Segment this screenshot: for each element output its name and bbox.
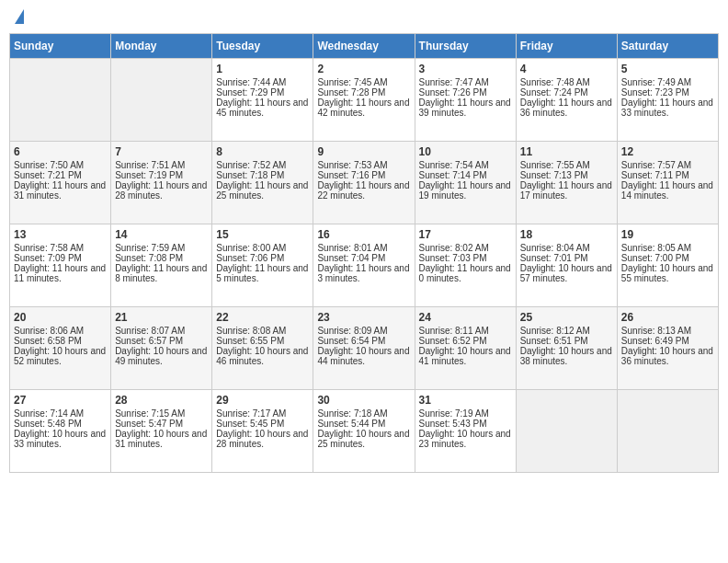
day-number: 15 [216, 228, 309, 241]
daylight-text: Daylight: 10 hours and 44 minutes. [317, 346, 410, 366]
sunrise-text: Sunrise: 7:57 AM [621, 160, 714, 170]
calendar-cell: 4Sunrise: 7:48 AMSunset: 7:24 PMDaylight… [516, 59, 617, 142]
sunset-text: Sunset: 6:54 PM [317, 336, 410, 346]
daylight-text: Daylight: 10 hours and 55 minutes. [621, 263, 714, 283]
day-header-wednesday: Wednesday [313, 34, 415, 59]
sunrise-text: Sunrise: 8:08 AM [216, 326, 309, 336]
day-number: 13 [14, 228, 107, 241]
calendar-cell: 25Sunrise: 8:12 AMSunset: 6:51 PMDayligh… [516, 307, 617, 390]
daylight-text: Daylight: 10 hours and 25 minutes. [317, 429, 410, 449]
logo-triangle-icon [15, 9, 24, 24]
sunset-text: Sunset: 6:57 PM [115, 336, 208, 346]
daylight-text: Daylight: 10 hours and 49 minutes. [115, 346, 208, 366]
calendar-cell: 2Sunrise: 7:45 AMSunset: 7:28 PMDaylight… [313, 59, 415, 142]
day-number: 1 [216, 63, 309, 75]
sunrise-text: Sunrise: 8:04 AM [520, 243, 613, 253]
sunset-text: Sunset: 7:03 PM [419, 253, 512, 263]
daylight-text: Daylight: 11 hours and 14 minutes. [621, 180, 714, 201]
daylight-text: Daylight: 11 hours and 25 minutes. [216, 180, 309, 201]
day-number: 22 [216, 311, 309, 324]
calendar-cell: 10Sunrise: 7:54 AMSunset: 7:14 PMDayligh… [415, 142, 516, 224]
sunrise-text: Sunrise: 8:09 AM [317, 326, 410, 336]
day-number: 21 [115, 311, 208, 324]
sunrise-text: Sunrise: 7:18 AM [317, 408, 410, 419]
day-number: 20 [14, 311, 107, 324]
sunset-text: Sunset: 7:00 PM [621, 253, 714, 263]
sunrise-text: Sunrise: 8:12 AM [520, 326, 613, 336]
calendar-cell: 11Sunrise: 7:55 AMSunset: 7:13 PMDayligh… [516, 142, 617, 224]
sunrise-text: Sunrise: 8:05 AM [621, 243, 714, 253]
calendar-cell: 8Sunrise: 7:52 AMSunset: 7:18 PMDaylight… [212, 142, 313, 224]
sunset-text: Sunset: 5:47 PM [115, 419, 208, 429]
sunrise-text: Sunrise: 7:54 AM [419, 160, 512, 170]
day-number: 26 [621, 311, 714, 324]
daylight-text: Daylight: 11 hours and 3 minutes. [317, 263, 410, 283]
sunrise-text: Sunrise: 7:50 AM [14, 160, 107, 170]
daylight-text: Daylight: 10 hours and 33 minutes. [14, 429, 107, 449]
calendar-cell: 9Sunrise: 7:53 AMSunset: 7:16 PMDaylight… [313, 142, 415, 224]
sunset-text: Sunset: 7:11 PM [621, 170, 714, 180]
day-number: 2 [317, 63, 410, 75]
calendar-week-row: 6Sunrise: 7:50 AMSunset: 7:21 PMDaylight… [10, 142, 719, 224]
sunrise-text: Sunrise: 7:19 AM [419, 408, 512, 419]
sunrise-text: Sunrise: 7:47 AM [419, 77, 512, 87]
sunrise-text: Sunrise: 7:44 AM [216, 77, 309, 87]
sunset-text: Sunset: 7:23 PM [621, 87, 714, 98]
calendar-cell: 27Sunrise: 7:14 AMSunset: 5:48 PMDayligh… [10, 390, 111, 473]
sunrise-text: Sunrise: 7:48 AM [520, 77, 613, 87]
calendar-cell: 14Sunrise: 7:59 AMSunset: 7:08 PMDayligh… [111, 224, 212, 307]
calendar-cell: 17Sunrise: 8:02 AMSunset: 7:03 PMDayligh… [415, 224, 516, 307]
sunset-text: Sunset: 6:55 PM [216, 336, 309, 346]
day-number: 11 [520, 145, 613, 158]
calendar-cell: 5Sunrise: 7:49 AMSunset: 7:23 PMDaylight… [617, 59, 718, 142]
day-number: 29 [216, 394, 309, 407]
day-number: 31 [419, 394, 512, 407]
sunset-text: Sunset: 6:51 PM [520, 336, 613, 346]
day-header-monday: Monday [111, 34, 212, 59]
sunrise-text: Sunrise: 8:02 AM [419, 243, 512, 253]
sunset-text: Sunset: 7:16 PM [317, 170, 410, 180]
sunset-text: Sunset: 7:01 PM [520, 253, 613, 263]
day-header-friday: Friday [516, 34, 617, 59]
sunset-text: Sunset: 7:29 PM [216, 87, 309, 98]
daylight-text: Daylight: 11 hours and 33 minutes. [621, 98, 714, 118]
sunrise-text: Sunrise: 7:49 AM [621, 77, 714, 87]
daylight-text: Daylight: 10 hours and 23 minutes. [419, 429, 512, 449]
daylight-text: Daylight: 11 hours and 5 minutes. [216, 263, 309, 283]
calendar-cell: 3Sunrise: 7:47 AMSunset: 7:26 PMDaylight… [415, 59, 516, 142]
sunset-text: Sunset: 7:26 PM [419, 87, 512, 98]
calendar-cell: 20Sunrise: 8:06 AMSunset: 6:58 PMDayligh… [10, 307, 111, 390]
day-header-sunday: Sunday [10, 34, 111, 59]
daylight-text: Daylight: 10 hours and 38 minutes. [520, 346, 613, 366]
sunrise-text: Sunrise: 7:14 AM [14, 408, 107, 419]
day-number: 3 [419, 63, 512, 75]
daylight-text: Daylight: 11 hours and 11 minutes. [14, 263, 107, 283]
sunrise-text: Sunrise: 8:11 AM [419, 326, 512, 336]
calendar-week-row: 27Sunrise: 7:14 AMSunset: 5:48 PMDayligh… [10, 390, 719, 473]
daylight-text: Daylight: 11 hours and 36 minutes. [520, 98, 613, 118]
sunset-text: Sunset: 7:28 PM [317, 87, 410, 98]
daylight-text: Daylight: 11 hours and 0 minutes. [419, 263, 512, 283]
calendar-cell: 24Sunrise: 8:11 AMSunset: 6:52 PMDayligh… [415, 307, 516, 390]
calendar-cell: 6Sunrise: 7:50 AMSunset: 7:21 PMDaylight… [10, 142, 111, 224]
sunrise-text: Sunrise: 7:52 AM [216, 160, 309, 170]
calendar-cell: 16Sunrise: 8:01 AMSunset: 7:04 PMDayligh… [313, 224, 415, 307]
calendar-cell [617, 390, 718, 473]
sunset-text: Sunset: 7:04 PM [317, 253, 410, 263]
calendar-cell: 30Sunrise: 7:18 AMSunset: 5:44 PMDayligh… [313, 390, 415, 473]
sunrise-text: Sunrise: 8:07 AM [115, 326, 208, 336]
sunrise-text: Sunrise: 7:55 AM [520, 160, 613, 170]
daylight-text: Daylight: 11 hours and 31 minutes. [14, 180, 107, 201]
calendar-header-row: SundayMondayTuesdayWednesdayThursdayFrid… [10, 34, 719, 59]
calendar-cell: 23Sunrise: 8:09 AMSunset: 6:54 PMDayligh… [313, 307, 415, 390]
day-number: 25 [520, 311, 613, 324]
daylight-text: Daylight: 11 hours and 39 minutes. [419, 98, 512, 118]
calendar-cell: 28Sunrise: 7:15 AMSunset: 5:47 PMDayligh… [111, 390, 212, 473]
daylight-text: Daylight: 11 hours and 22 minutes. [317, 180, 410, 201]
calendar-cell: 21Sunrise: 8:07 AMSunset: 6:57 PMDayligh… [111, 307, 212, 390]
sunrise-text: Sunrise: 7:58 AM [14, 243, 107, 253]
sunrise-text: Sunrise: 8:00 AM [216, 243, 309, 253]
daylight-text: Daylight: 10 hours and 41 minutes. [419, 346, 512, 366]
calendar-table: SundayMondayTuesdayWednesdayThursdayFrid… [9, 33, 719, 473]
calendar-cell: 19Sunrise: 8:05 AMSunset: 7:00 PMDayligh… [617, 224, 718, 307]
